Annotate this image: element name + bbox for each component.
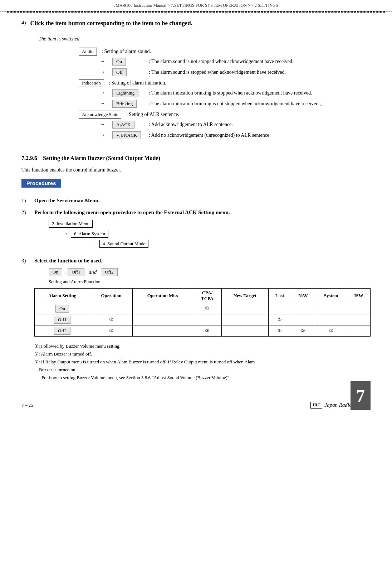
audio-on-block: → On : The alarm sound is not stopped wh… [100, 58, 371, 76]
chapter-tab: 7 [351, 381, 371, 410]
audio-section: Audio : Setting of alarm sound. [79, 48, 371, 55]
col-cpa-tcpa: CPA/TCPA [193, 289, 222, 303]
acknowledge-description: : Setting of ALR sentence. [126, 112, 179, 117]
main-content: 4) Click the item button corresponding t… [0, 13, 392, 395]
ack-description: : Add acknowridgement to ALR sentence. [149, 121, 371, 128]
chapter-number: 7 [356, 386, 365, 406]
step4-heading: Click the item button corresponding to t… [30, 20, 192, 27]
col-alarm-setting: Alarm Setting [35, 289, 90, 303]
arrow-menu3: → [92, 241, 97, 247]
acknowledge-sub-block: → A;ACK : Add acknowridgement to ALR sen… [100, 121, 371, 139]
ack-button[interactable]: A;ACK [112, 121, 134, 129]
step3-row: 3) Select the function to be used. On , … [21, 258, 371, 382]
lightning-button[interactable]: Lightning [112, 89, 138, 97]
indication-sub-block: → Lightning : The alarm indication brink… [100, 89, 371, 108]
step3-text: Select the function to be used. [34, 258, 371, 264]
acknowledge-section: Acknowledge State : Setting of ALR sente… [79, 111, 371, 119]
audio-button[interactable]: Audio [79, 48, 97, 55]
step2-number: 2) [21, 209, 34, 216]
page-number: 7－25 [21, 402, 33, 409]
col-nav: NAV [291, 289, 315, 303]
section-726-title: Setting the Alarm Buzzer (Sound Output M… [43, 155, 160, 161]
step2-text: Perform the following menu open procedur… [34, 209, 371, 216]
arrow-ack: → [100, 121, 111, 127]
col-operation: Operation [90, 289, 133, 303]
btn-off1[interactable]: Off1 [68, 268, 84, 276]
table-row-off1: Off1 ① ② [35, 314, 371, 325]
arrow-off: → [100, 69, 111, 75]
indication-section: Indication : Setting of alarm indication… [79, 79, 371, 87]
btn-on[interactable]: On [49, 268, 62, 276]
and-text: and [89, 269, 97, 275]
menu2-button[interactable]: 6. Alarm System [71, 230, 108, 238]
step1-text: Open the Serviceman Menu. [34, 198, 371, 204]
arrow-menu2: → [63, 231, 68, 237]
row-off2-label: Off2 [54, 327, 70, 335]
indication-button[interactable]: Indication [79, 79, 104, 87]
row-on-label: On [55, 305, 69, 313]
acknowledge-button[interactable]: Acknowledge State [79, 111, 121, 119]
jrc-badge: JRC [310, 402, 322, 409]
on-description: : The alarm sound is not stopped when ac… [149, 58, 371, 65]
step4-number: 4) [21, 20, 26, 26]
menu3-row: → 4. Sound Output Mode [92, 240, 371, 248]
menu3-button[interactable]: 4. Sound Output Mode [99, 240, 148, 248]
step1-row: 1) Open the Serviceman Menu. [21, 198, 371, 204]
off-description: : The alarm sound is stopped when acknow… [149, 68, 371, 76]
arrow-on: → [100, 58, 111, 64]
btn-off2[interactable]: Off2 [101, 268, 117, 276]
unack-button[interactable]: V;UNACK [112, 131, 141, 139]
footnote-2: ②: Alarm Buzzer is turned off. [34, 350, 371, 358]
step2-content: Perform the following menu open procedur… [34, 209, 371, 252]
page-footer: 7－25 JRC Japan Radio Co.,Ltd. [0, 402, 392, 409]
col-lost: Lost [268, 289, 291, 303]
unack-description: : Add no acknowridgement (unrecognized) … [149, 131, 371, 139]
step4-subtext: The item is switched. [39, 36, 371, 42]
setting-label: Setting and Ararm Function [49, 279, 371, 285]
table-row-on: On ① [35, 303, 371, 314]
step4-row: 4) Click the item button corresponding t… [21, 20, 371, 31]
footnote-1: ①: Followed by Buzzer Volume menu settin… [34, 342, 371, 350]
indication-description: : Setting of alarm indication. [109, 80, 166, 86]
col-isw: ISW [347, 289, 370, 303]
section-726-intro: This function enables the control of ala… [21, 167, 371, 173]
header-text: JMA-9100 Instruction Manual > 7.SETTINGS… [114, 3, 278, 8]
audio-description: : Setting of alarm sound. [102, 49, 151, 54]
row-off1-label: Off1 [54, 316, 70, 324]
menu1-button[interactable]: 2. Installation Menu [49, 220, 93, 228]
col-new-target: New Target [222, 289, 269, 303]
arrow-unack: → [100, 132, 111, 138]
footnote-4: For how to setting Buzzer Volume menu, s… [41, 374, 371, 382]
menu2-row: → 6. Alarm System [63, 230, 371, 238]
section-726-header: 7.2.9.6 Setting the Alarm Buzzer (Sound … [21, 148, 371, 164]
step1-number: 1) [21, 198, 34, 204]
brinking-button[interactable]: Brinking [112, 100, 137, 108]
buttons-row: On , Off1 and Off2 [49, 268, 371, 276]
table-row-off2: Off2 ① ③ ① ② ① [35, 325, 371, 337]
brinking-description: : The alarm indication brinking is not s… [149, 100, 371, 107]
procedures-badge: Procedures [21, 179, 61, 188]
off-button[interactable]: Off [112, 68, 127, 76]
footnote-3: ③: If Relay Output menu is turned on whe… [34, 358, 371, 374]
footnotes: ①: Followed by Buzzer Volume menu settin… [34, 342, 371, 382]
menu-chain: 2. Installation Menu → 6. Alarm System →… [49, 220, 371, 248]
step3-number: 3) [21, 258, 34, 264]
section-726-number: 7.2.9.6 [21, 155, 37, 161]
procedures-badge-container: Procedures [21, 179, 371, 193]
alarm-table: Alarm Setting Operation Operation Miss C… [34, 288, 371, 337]
step2-row: 2) Perform the following menu open proce… [21, 209, 371, 252]
step3-content: Select the function to be used. On , Off… [34, 258, 371, 382]
arrow-lightning: → [100, 90, 111, 96]
lightning-description: : The alarm indication brinking is stopp… [149, 89, 371, 97]
page-header: JMA-9100 Instruction Manual > 7.SETTINGS… [0, 0, 392, 11]
col-system: System [315, 289, 347, 303]
arrow-brinking: → [100, 101, 111, 106]
menu1-row: 2. Installation Menu [49, 220, 371, 228]
comma: , [64, 269, 66, 275]
on-button[interactable]: On [112, 58, 126, 66]
col-operation-miss: Operation Miss [133, 289, 193, 303]
